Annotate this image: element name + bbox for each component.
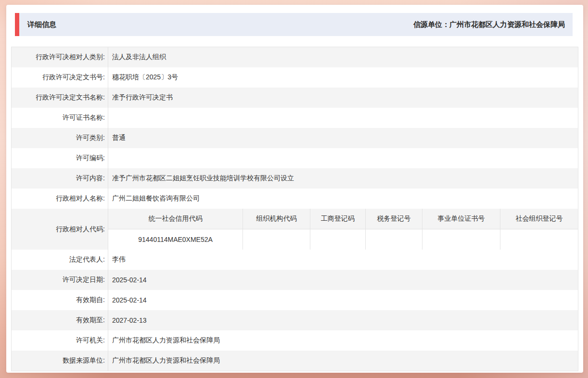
table-row: 许可类别: 普通 [12,128,578,148]
row-label: 有效期自: [12,290,108,310]
row-label: 数据来源单位: [12,351,108,371]
code-table-header-row: 统一社会信用代码 组织机构代码 工商登记码 税务登记号 事业单位证书号 社会组织… [108,209,578,229]
row-label: 法定代表人: [12,250,108,270]
table-row: 行政许可决定文书名称: 准予行政许可决定书 [12,88,578,108]
accent-bar [15,13,19,36]
row-value: 2025-02-14 [108,270,578,290]
row-value: 准予行政许可决定书 [108,88,578,108]
code-col-value [500,229,578,250]
row-value: 广州市花都区人力资源和社会保障局 [108,330,578,351]
row-value: 广州二姐姐餐饮咨询有限公司 [108,189,578,209]
table-row: 有效期至: 2027-02-13 [12,310,578,330]
code-col-value [310,229,366,250]
detail-panel: 详细信息 信源单位：广州市花都区人力资源和社会保障局 行政许可决相对人类别: 法… [6,5,583,373]
row-label: 许可类别: [12,128,108,148]
code-col-header: 事业单位证书号 [422,209,500,229]
row-label: 行政许可决定文书名称: [12,88,108,108]
code-col-value [422,229,500,250]
page-title: 详细信息 [27,20,56,29]
detail-table: 行政许可决相对人类别: 法人及非法人组织 行政许可决定文书号: 穗花职培〔202… [11,47,578,371]
row-label: 许可内容: [12,168,108,189]
table-row: 许可编码: [12,148,578,168]
row-label: 许可决定日期: [12,270,108,290]
code-col-header: 组织机构代码 [243,209,310,229]
source-unit-label: 信源单位：广州市花都区人力资源和社会保障局 [413,20,573,29]
code-col-header: 统一社会信用代码 [108,209,243,229]
row-label: 有效期至: [12,310,108,330]
code-col-value [243,229,310,250]
table-row: 行政许可决相对人类别: 法人及非法人组织 [12,47,578,67]
row-label: 行政许可决相对人类别: [12,47,108,67]
table-row: 数据来源单位: 广州市花都区人力资源和社会保障局 [12,351,578,371]
row-value: 穗花职培〔2025〕3号 [108,67,578,88]
table-row: 许可决定日期: 2025-02-14 [12,270,578,290]
code-col-header: 社会组织登记号 [500,209,578,229]
row-value [108,148,578,168]
table-row: 许可内容: 准予广州市花都区二姐姐烹饪职业技能培训学校有限公司设立 [12,168,578,189]
row-value: 普通 [108,128,578,148]
row-value [108,108,578,128]
table-row: 许可证书名称: [12,108,578,128]
row-label: 行政相对人代码: [12,209,108,250]
table-row: 行政相对人名称: 广州二姐姐餐饮咨询有限公司 [12,189,578,209]
row-label: 行政许可决定文书号: [12,67,108,88]
table-row: 许可机关: 广州市花都区人力资源和社会保障局 [12,330,578,351]
table-row-counterpart-codes: 行政相对人代码: 统一社会信用代码 组织机构代码 工商登记码 税务登记号 事业单… [12,209,578,250]
code-table-value-row: 91440114MAE0XME52A [108,229,578,250]
row-value: 法人及非法人组织 [108,47,578,67]
code-table: 统一社会信用代码 组织机构代码 工商登记码 税务登记号 事业单位证书号 社会组织… [108,209,578,250]
row-label: 许可机关: [12,330,108,351]
row-value: 广州市花都区人力资源和社会保障局 [108,351,578,371]
table-row: 法定代表人: 李伟 [12,250,578,270]
row-label: 行政相对人名称: [12,189,108,209]
table-row: 行政许可决定文书号: 穗花职培〔2025〕3号 [12,67,578,88]
row-value: 准予广州市花都区二姐姐烹饪职业技能培训学校有限公司设立 [108,168,578,189]
panel-header: 详细信息 信源单位：广州市花都区人力资源和社会保障局 [15,13,573,36]
code-col-value: 91440114MAE0XME52A [108,229,243,250]
row-value: 2025-02-14 [108,290,578,310]
code-col-value [366,229,422,250]
code-col-header: 税务登记号 [366,209,422,229]
row-label: 许可编码: [12,148,108,168]
row-label: 许可证书名称: [12,108,108,128]
row-value: 2027-02-13 [108,310,578,330]
row-value: 统一社会信用代码 组织机构代码 工商登记码 税务登记号 事业单位证书号 社会组织… [108,209,578,250]
row-value: 李伟 [108,250,578,270]
table-row: 有效期自: 2025-02-14 [12,290,578,310]
code-col-header: 工商登记码 [310,209,366,229]
